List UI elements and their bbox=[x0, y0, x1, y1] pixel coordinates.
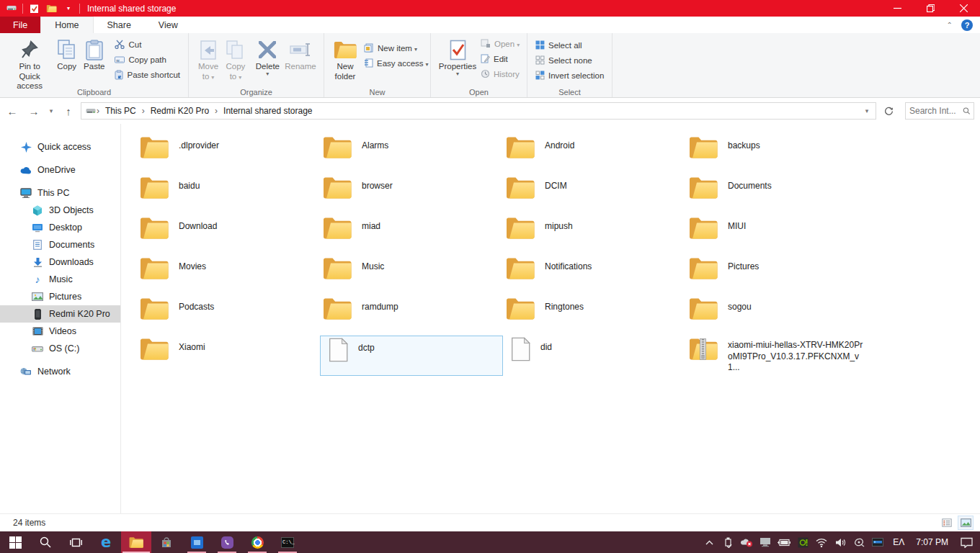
back-icon[interactable]: ← bbox=[3, 102, 22, 120]
file-tile[interactable]: Alarms bbox=[320, 134, 503, 174]
recent-locations-icon[interactable]: ▾ bbox=[46, 102, 56, 120]
new-folder-button[interactable]: New folder bbox=[330, 35, 360, 81]
up-icon[interactable]: ↑ bbox=[59, 102, 78, 120]
large-icons-view-icon[interactable] bbox=[958, 516, 973, 529]
sidebar-item-os-c[interactable]: OS (C:) bbox=[0, 340, 120, 357]
edit-button[interactable]: Edit bbox=[478, 51, 522, 66]
file-tile[interactable]: sogou bbox=[686, 295, 869, 336]
copy-button[interactable]: Copy bbox=[53, 35, 80, 72]
copy-path-button[interactable]: w... Copy path bbox=[112, 52, 182, 67]
tray-display-port-icon[interactable] bbox=[870, 531, 886, 553]
tray-battery-icon[interactable] bbox=[776, 531, 792, 553]
tray-volume-icon[interactable] bbox=[832, 531, 848, 553]
qat-customize-dropdown-icon[interactable]: ▾ bbox=[62, 2, 75, 15]
minimize-button[interactable] bbox=[881, 0, 914, 17]
sidebar-item-quick-access[interactable]: Quick access bbox=[0, 138, 120, 156]
tray-nvidia-icon[interactable] bbox=[795, 531, 811, 553]
taskbar-search-button[interactable] bbox=[30, 531, 61, 553]
file-tile[interactable]: MIUI bbox=[686, 215, 869, 255]
easy-access-button[interactable]: Easy access bbox=[362, 55, 431, 71]
file-tile[interactable]: Podcasts bbox=[137, 295, 320, 336]
tray-display-icon[interactable] bbox=[757, 531, 773, 553]
tab-file[interactable]: File bbox=[0, 17, 40, 33]
taskbar-edge-button[interactable]: e bbox=[91, 531, 121, 553]
tray-wifi-icon[interactable] bbox=[814, 531, 829, 553]
file-tile[interactable]: backups bbox=[686, 134, 869, 174]
file-tile[interactable]: miad bbox=[320, 215, 503, 255]
tab-share[interactable]: Share bbox=[94, 17, 145, 33]
action-center-icon[interactable] bbox=[956, 531, 977, 553]
restore-button[interactable] bbox=[914, 0, 947, 17]
taskbar-chrome-button[interactable] bbox=[242, 531, 272, 553]
tab-home[interactable]: Home bbox=[40, 17, 93, 33]
file-tile[interactable]: Pictures bbox=[686, 255, 869, 295]
paste-button[interactable]: Paste bbox=[80, 35, 108, 72]
file-tile[interactable]: Music bbox=[320, 255, 503, 295]
sidebar-item-music[interactable]: ♪ Music bbox=[0, 271, 120, 288]
start-button[interactable] bbox=[0, 531, 30, 553]
paste-shortcut-button[interactable]: Paste shortcut bbox=[112, 67, 182, 82]
search-input[interactable] bbox=[909, 106, 963, 116]
pin-to-quick-access-button[interactable]: Pin to Quick access bbox=[6, 35, 53, 91]
file-tile-selected[interactable]: dctp bbox=[320, 336, 503, 376]
file-tile[interactable]: Android bbox=[503, 134, 686, 174]
sidebar-item-onedrive[interactable]: OneDrive bbox=[0, 161, 120, 179]
select-all-button[interactable]: Select all bbox=[533, 37, 606, 53]
file-tile[interactable]: mipush bbox=[503, 215, 686, 255]
tray-usb-icon[interactable] bbox=[720, 531, 736, 553]
file-tile[interactable]: Movies bbox=[137, 255, 320, 295]
collapse-ribbon-icon[interactable]: ⌃ bbox=[947, 21, 953, 29]
forward-icon[interactable]: → bbox=[24, 102, 43, 120]
select-none-button[interactable]: Select none bbox=[533, 53, 606, 68]
breadcrumb-device[interactable]: Redmi K20 Pro bbox=[146, 103, 214, 119]
taskbar-viber-button[interactable] bbox=[212, 531, 242, 553]
tray-dish-icon[interactable] bbox=[851, 531, 867, 553]
delete-button[interactable]: Delete ▾ bbox=[252, 35, 283, 76]
file-tile[interactable]: DCIM bbox=[503, 174, 686, 215]
details-view-icon[interactable] bbox=[940, 516, 954, 529]
sidebar-item-this-pc[interactable]: This PC bbox=[0, 184, 120, 202]
refresh-icon[interactable] bbox=[879, 102, 898, 120]
close-button[interactable] bbox=[947, 0, 980, 17]
qat-properties-button[interactable] bbox=[27, 2, 40, 15]
file-tile[interactable]: Xiaomi bbox=[137, 336, 320, 376]
properties-button[interactable]: Properties ▾ bbox=[437, 35, 478, 76]
sidebar-item-pictures[interactable]: Pictures bbox=[0, 288, 120, 305]
clock[interactable]: 7:07 PM bbox=[912, 531, 953, 553]
breadcrumb-current[interactable]: Internal shared storage bbox=[218, 103, 317, 119]
sidebar-item-network[interactable]: Network bbox=[0, 363, 120, 380]
tray-onedrive-error-icon[interactable] bbox=[739, 531, 754, 553]
new-item-button[interactable]: New item bbox=[362, 40, 431, 55]
file-tile[interactable]: Documents bbox=[686, 174, 869, 215]
file-tile[interactable]: baidu bbox=[137, 174, 320, 215]
sidebar-item-documents[interactable]: Documents bbox=[0, 236, 120, 253]
tab-view[interactable]: View bbox=[145, 17, 192, 33]
taskbar-store-button[interactable] bbox=[151, 531, 182, 553]
file-tile[interactable]: ramdump bbox=[320, 295, 503, 336]
file-tile[interactable]: xiaomi-miui-hellas-XTRV-HMK20ProMI9TPro_… bbox=[686, 336, 869, 376]
tray-chevron-up-icon[interactable] bbox=[701, 531, 717, 553]
file-tile[interactable]: Download bbox=[137, 215, 320, 255]
help-icon[interactable]: ? bbox=[961, 19, 973, 31]
task-view-button[interactable] bbox=[61, 531, 91, 553]
sidebar-item-videos[interactable]: Videos bbox=[0, 323, 120, 340]
cut-button[interactable]: Cut bbox=[112, 37, 182, 52]
address-dropdown-icon[interactable]: ▾ bbox=[860, 107, 874, 114]
file-tile[interactable]: Notifications bbox=[503, 255, 686, 295]
taskbar-file-explorer-button[interactable] bbox=[121, 531, 151, 553]
address-box[interactable]: › This PC › Redmi K20 Pro › Internal sha… bbox=[81, 102, 876, 120]
file-tile[interactable]: did bbox=[503, 336, 686, 376]
invert-selection-button[interactable]: Invert selection bbox=[533, 68, 606, 83]
file-tile[interactable]: browser bbox=[320, 174, 503, 215]
sidebar-item-downloads[interactable]: Downloads bbox=[0, 253, 120, 271]
search-box[interactable] bbox=[905, 102, 974, 120]
file-tile[interactable]: .dlprovider bbox=[137, 134, 320, 174]
breadcrumb-this-pc[interactable]: This PC bbox=[100, 103, 141, 119]
taskbar-cmd-button[interactable]: C:\_ bbox=[272, 531, 303, 553]
qat-new-folder-button[interactable] bbox=[45, 2, 58, 15]
file-tile[interactable]: Ringtones bbox=[503, 295, 686, 336]
sidebar-item-redmi-k20-pro[interactable]: Redmi K20 Pro bbox=[0, 305, 120, 323]
language-indicator[interactable]: ΕΛ bbox=[888, 531, 909, 553]
sidebar-item-desktop[interactable]: Desktop bbox=[0, 219, 120, 236]
sidebar-item-3d-objects[interactable]: 3D Objects bbox=[0, 202, 120, 219]
